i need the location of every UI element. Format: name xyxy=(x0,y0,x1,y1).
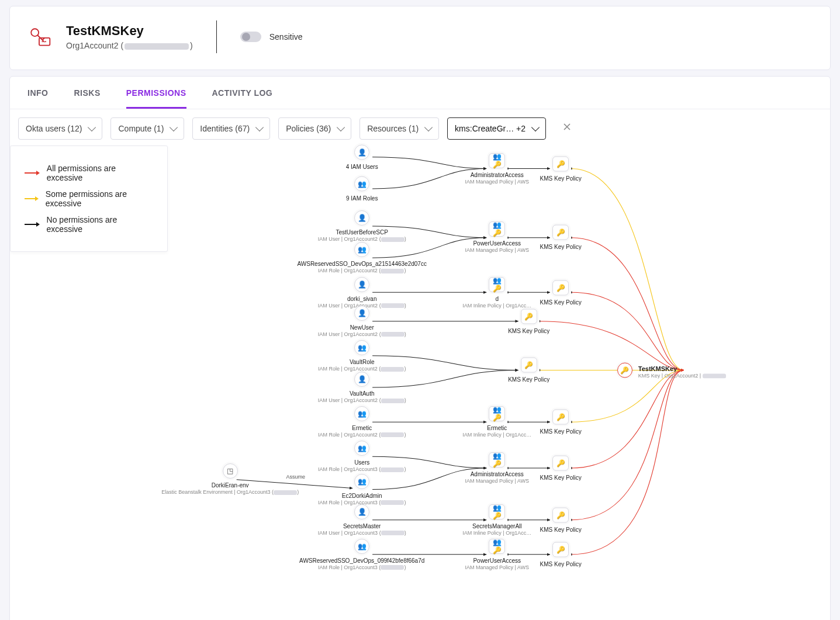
permission-graph[interactable]: 👤4 IAM Users 👥9 IAM Roles 👤TestUserBefor… xyxy=(174,146,823,620)
graph-edges xyxy=(174,146,823,620)
filter-identities[interactable]: Identities (67) xyxy=(192,117,270,140)
sensitive-toggle[interactable] xyxy=(240,32,261,42)
legend-row: Some permissions are excessive xyxy=(25,189,153,208)
tab-info[interactable]: INFO xyxy=(27,77,48,109)
chevron-down-icon xyxy=(337,123,345,131)
svg-point-2 xyxy=(42,41,43,42)
arrow-icon xyxy=(25,224,37,225)
legend-row: All permissions are excessive xyxy=(25,164,153,182)
page-title: TestKMSKey xyxy=(66,23,193,39)
svg-point-3 xyxy=(45,41,46,42)
filter-action[interactable]: kms:CreateGr… +2 xyxy=(447,117,546,140)
tab-risks[interactable]: RISKS xyxy=(74,77,100,109)
arrow-icon xyxy=(25,198,36,199)
filter-compute[interactable]: Compute (1) xyxy=(110,117,184,140)
chevron-down-icon xyxy=(88,123,96,131)
close-icon xyxy=(563,123,571,131)
filters-row: Okta users (12) Compute (1) Identities (… xyxy=(10,109,830,148)
header-divider xyxy=(216,20,217,53)
filter-policies[interactable]: Policies (36) xyxy=(278,117,351,140)
chevron-down-icon xyxy=(170,123,178,131)
chevron-down-icon xyxy=(424,123,433,131)
filter-okta[interactable]: Okta users (12) xyxy=(18,117,102,140)
tab-permissions[interactable]: PERMISSIONS xyxy=(126,77,186,109)
page-header: TestKMSKey Org1Account2 () Sensitive xyxy=(9,6,831,70)
page-subtitle: Org1Account2 () xyxy=(66,41,193,50)
content-card: INFO RISKS PERMISSIONS ACTIVITY LOG Okta… xyxy=(9,76,831,620)
tab-activity[interactable]: ACTIVITY LOG xyxy=(212,77,273,109)
legend-row: No permissions are excessive xyxy=(25,215,153,234)
tabs: INFO RISKS PERMISSIONS ACTIVITY LOG xyxy=(10,77,830,109)
clear-filters-button[interactable] xyxy=(558,117,576,136)
chevron-down-icon xyxy=(255,123,264,131)
redacted-account-id xyxy=(125,43,189,50)
legend: All permissions are excessive Some permi… xyxy=(10,146,168,252)
chevron-down-icon xyxy=(531,123,540,131)
filter-resources[interactable]: Resources (1) xyxy=(359,117,439,140)
kms-key-icon xyxy=(26,24,52,50)
sensitive-label: Sensitive xyxy=(269,32,303,41)
arrow-icon xyxy=(25,172,37,174)
svg-point-0 xyxy=(31,29,39,36)
